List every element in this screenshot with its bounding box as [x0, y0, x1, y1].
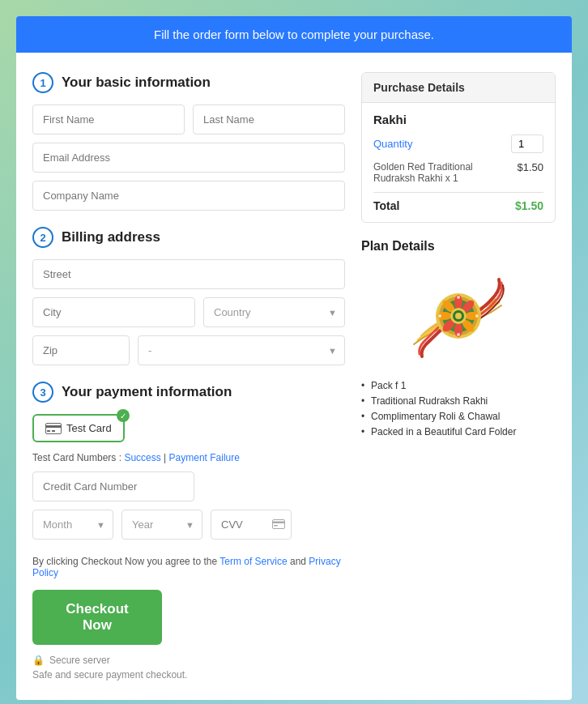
country-wrapper: Country ▼: [203, 297, 345, 327]
last-name-input[interactable]: [193, 105, 345, 134]
item-description: Golden Red Traditional Rudraksh Rakhi x …: [373, 161, 510, 184]
lock-icon: 🔒: [32, 655, 45, 666]
plan-bullet-3: Complimentary Roli & Chawal: [361, 411, 556, 422]
plan-details-title: Plan Details: [361, 239, 556, 254]
total-row: Total $1.50: [373, 199, 543, 212]
banner-text: Fill the order form below to complete yo…: [154, 28, 434, 41]
svg-point-22: [475, 314, 479, 318]
success-link[interactable]: Success: [124, 452, 160, 463]
rakhi-image-container: [361, 263, 556, 369]
purchase-details-box: Purchase Details Rakhi Quantity Golden R…: [361, 72, 556, 223]
plan-bullets: Pack f 1 Traditional Rudraksh Rakhi Comp…: [361, 380, 556, 437]
zip-state-row: - ▼: [32, 335, 345, 365]
credit-card-icon: [45, 423, 62, 434]
main-content: 1 Your basic information 2 Billi: [16, 53, 572, 700]
section-number-1: 1: [32, 72, 53, 93]
total-label: Total: [373, 199, 399, 212]
svg-point-24: [438, 314, 441, 318]
outer-container: Fill the order form below to complete yo…: [16, 16, 572, 700]
year-select[interactable]: Year: [121, 510, 202, 540]
state-wrapper: - ▼: [138, 335, 345, 365]
company-row: [32, 181, 345, 211]
purchase-details-header: Purchase Details: [362, 73, 555, 103]
plan-bullet-2: Traditional Rudraksh Rakhi: [361, 395, 556, 407]
billing-section: 2 Billing address Country ▼: [32, 227, 345, 365]
right-panel: Purchase Details Rakhi Quantity Golden R…: [361, 72, 556, 681]
item-row: Golden Red Traditional Rudraksh Rakhi x …: [373, 161, 543, 184]
svg-rect-5: [272, 521, 285, 523]
checkout-button[interactable]: Checkout Now: [32, 590, 162, 645]
expiry-cvv-row: Month ▼ Year ▼: [32, 510, 345, 540]
cc-number-input[interactable]: [32, 471, 194, 501]
tos-link[interactable]: Term of Service: [219, 556, 287, 567]
cvv-wrapper: [211, 510, 292, 540]
first-name-input[interactable]: [32, 105, 185, 134]
basic-info-label: Your basic information: [62, 75, 211, 91]
secure-server-text: Secure server: [49, 655, 110, 666]
svg-rect-2: [47, 430, 50, 432]
secure-note: Safe and secure payment checkout.: [32, 669, 345, 681]
payment-label: Your payment information: [62, 384, 232, 400]
email-input[interactable]: [32, 143, 345, 173]
svg-rect-6: [274, 525, 278, 527]
plan-bullet-1: Pack f 1: [361, 380, 556, 391]
top-banner: Fill the order form below to complete yo…: [16, 16, 572, 53]
quantity-input[interactable]: [511, 134, 543, 153]
secure-info: 🔒 Secure server: [32, 655, 345, 666]
city-country-row: Country ▼: [32, 297, 345, 327]
total-price: $1.50: [515, 199, 543, 212]
quantity-label: Quantity: [373, 138, 412, 150]
billing-label: Billing address: [62, 229, 160, 245]
svg-point-23: [457, 333, 460, 336]
country-select[interactable]: Country: [203, 297, 345, 327]
payment-title: 3 Your payment information: [32, 382, 345, 403]
svg-rect-4: [273, 519, 285, 528]
zip-input[interactable]: [32, 335, 130, 365]
city-input[interactable]: [32, 297, 195, 327]
state-select[interactable]: -: [138, 335, 345, 365]
left-panel: 1 Your basic information 2 Billi: [32, 72, 345, 681]
terms-text: By clicking Checkout Now you agree to th…: [32, 556, 345, 578]
test-card-note: Test Card Numbers : Success | Payment Fa…: [32, 452, 345, 463]
svg-rect-1: [45, 425, 62, 428]
company-input[interactable]: [32, 181, 345, 211]
card-check-icon: ✓: [117, 409, 130, 422]
cvv-card-icon: [272, 518, 285, 531]
section-number-3: 3: [32, 382, 53, 403]
street-row: [32, 259, 345, 289]
item-price: $1.50: [517, 161, 543, 173]
test-card-option[interactable]: ✓ Test Card: [32, 414, 125, 442]
quantity-row: Quantity: [373, 134, 543, 153]
cc-number-row: [32, 471, 345, 501]
year-wrapper: Year ▼: [121, 510, 202, 540]
purchase-details-body: Rakhi Quantity Golden Red Traditional Ru…: [362, 103, 555, 222]
svg-rect-3: [52, 430, 55, 432]
name-row: [32, 105, 345, 134]
month-wrapper: Month ▼: [32, 510, 113, 540]
billing-title: 2 Billing address: [32, 227, 345, 248]
rakhi-image: [406, 263, 511, 369]
month-select[interactable]: Month: [32, 510, 113, 540]
basic-info-title: 1 Your basic information: [32, 72, 345, 93]
section-number-2: 2: [32, 227, 53, 248]
failure-link[interactable]: Payment Failure: [169, 452, 240, 463]
product-name: Rakhi: [373, 113, 543, 126]
basic-info-section: 1 Your basic information: [32, 72, 345, 211]
plan-bullet-4: Packed in a Beautiful Card Folder: [361, 426, 556, 437]
svg-point-20: [455, 313, 462, 319]
street-input[interactable]: [32, 259, 345, 289]
svg-rect-0: [46, 423, 62, 433]
divider: [373, 192, 543, 193]
test-card-label: Test Card: [66, 422, 112, 434]
svg-point-21: [457, 296, 460, 299]
email-row: [32, 143, 345, 173]
payment-section: 3 Your payment information ✓ Test Card T…: [32, 382, 345, 540]
